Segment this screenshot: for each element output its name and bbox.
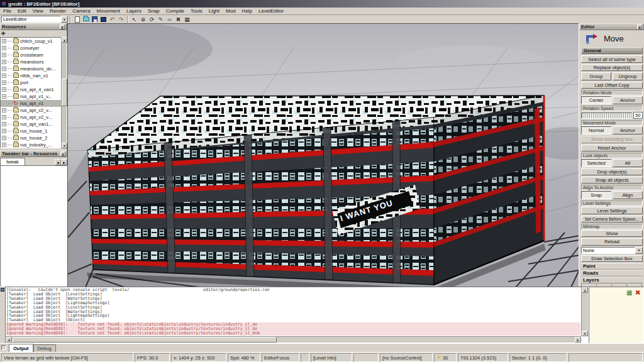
add-icon[interactable]: ✚ <box>1 31 6 36</box>
undo-icon[interactable]: ↶ <box>108 16 116 23</box>
tree-item[interactable]: + port <box>1 79 67 86</box>
set-camera-before-spawn-button[interactable]: Set Camera Before Spawn... <box>581 216 643 222</box>
scroll-down-icon[interactable]: ▼ <box>582 331 588 336</box>
tree-item[interactable]: + crossbeam <box>1 52 67 58</box>
console-vertical-scrollbar[interactable]: ▲ ▼ <box>581 287 588 336</box>
menu-item[interactable]: Mod <box>223 8 239 14</box>
align-snap-button[interactable]: Snap <box>581 191 611 199</box>
draw-selection-box-button[interactable]: Draw Selection Box <box>581 255 643 262</box>
section-paint[interactable]: Paint <box>581 263 643 270</box>
expander-icon[interactable]: + <box>2 53 6 57</box>
menu-item[interactable]: Render <box>47 8 69 14</box>
save-icon[interactable] <box>91 16 99 23</box>
redo-icon[interactable]: ↷ <box>117 16 125 23</box>
menu-item[interactable]: View <box>30 8 47 14</box>
expander-icon[interactable]: + <box>2 74 6 78</box>
rotation-anchor-button[interactable]: Anchor <box>613 96 643 104</box>
grid-snap-icon[interactable]: ▦ <box>183 16 191 23</box>
tab-debug[interactable]: Debug <box>33 344 56 352</box>
tree-item[interactable]: + rus_industry_... <box>1 141 67 148</box>
tab-tweak[interactable]: tweak <box>0 158 25 165</box>
scrollbar-thumb[interactable] <box>62 79 67 106</box>
replace-objects-button[interactable]: Replace object(s) <box>581 64 643 71</box>
scroll-right-icon[interactable]: ► <box>575 337 581 343</box>
menu-item[interactable]: Help <box>239 8 255 14</box>
minimap-select[interactable]: None ▼ <box>581 247 643 254</box>
scroll-up-icon[interactable]: ▲ <box>582 287 588 293</box>
package-icon[interactable] <box>99 16 108 23</box>
movement-normal-button[interactable]: Normal <box>581 126 611 134</box>
chevron-down-icon[interactable]: ▼ <box>635 247 643 254</box>
minimap-reload-button[interactable]: Reload <box>581 238 643 245</box>
expander-icon[interactable]: + <box>2 136 6 140</box>
menu-item[interactable]: LevelEditor <box>255 8 287 14</box>
new-file-icon[interactable] <box>73 16 81 23</box>
scrollbar-thumb[interactable] <box>13 337 277 343</box>
expander-icon[interactable]: + <box>2 60 6 64</box>
tree-item[interactable]: + meandoors <box>1 58 67 65</box>
delete-icon[interactable]: ✖ <box>174 16 182 23</box>
close-icon[interactable]: x <box>637 25 642 30</box>
menu-item[interactable]: Movement <box>94 8 123 14</box>
expander-icon[interactable]: + <box>2 94 6 99</box>
movement-anchor-button[interactable]: Anchor <box>613 126 643 134</box>
console-output-panel[interactable]: [Console]: Couldn't open console script … <box>5 287 589 343</box>
close-icon[interactable]: x <box>60 25 65 30</box>
ungroup-button[interactable]: Ungroup <box>613 72 643 80</box>
expander-icon[interactable]: + <box>2 143 6 147</box>
tree-item[interactable]: + rus_house_1 <box>1 128 67 134</box>
show-bounding-box-button[interactable]: Show bounding box <box>581 136 643 143</box>
scroll-left-icon[interactable]: ◂ <box>55 159 61 165</box>
menu-item[interactable]: Edit <box>14 8 30 14</box>
expander-icon[interactable]: + <box>2 39 6 43</box>
menu-item[interactable]: Compile <box>163 8 187 14</box>
menu-item[interactable]: Layers <box>123 8 145 14</box>
tree-scrollbar[interactable]: ▲ ▼ <box>61 37 67 148</box>
editor-mode-combo[interactable]: LevelEditor ▼ <box>1 16 68 23</box>
expander-icon[interactable]: + <box>2 87 6 92</box>
group-button[interactable]: Group <box>581 72 611 80</box>
snap-all-objects-button[interactable]: Snap all objects <box>581 177 643 184</box>
tree-item[interactable]: + rus_apt_van1... <box>1 121 67 128</box>
draw-icon[interactable]: ✎ <box>157 16 165 23</box>
expander-icon[interactable]: + <box>2 115 6 119</box>
chevron-down-icon[interactable]: ▼ <box>61 16 68 23</box>
menu-item[interactable]: Snap <box>145 8 163 14</box>
open-folder-icon[interactable] <box>82 16 90 23</box>
expander-icon[interactable]: + <box>2 122 6 126</box>
menu-item[interactable]: File <box>0 8 14 14</box>
drop-objects-button[interactable]: Drop object(s) <box>581 168 643 175</box>
tree-item[interactable]: + nlfds_nan_v1 <box>1 72 67 79</box>
rotate-icon[interactable]: ⟳ <box>148 16 156 23</box>
menu-item[interactable]: Camera <box>69 8 93 14</box>
viewport-3d[interactable]: I WANT YOU <box>67 23 579 287</box>
tree-item[interactable]: + rus_apt_v2_v... <box>1 107 67 114</box>
expander-icon[interactable]: + <box>2 67 6 71</box>
scroll-down-icon[interactable]: ▼ <box>62 143 67 148</box>
expander-icon[interactable]: + <box>2 108 6 112</box>
last-offset-copy-button[interactable]: Last Offset Copy <box>581 82 643 89</box>
tree-item[interactable]: + rus_apt_v2_v... <box>1 114 67 121</box>
menu-item[interactable]: Light <box>206 8 223 14</box>
grid-icon[interactable]: ▦ <box>626 290 633 296</box>
tree-item[interactable]: + conveyer <box>1 45 67 52</box>
select-group-icon[interactable]: ⊕ <box>139 16 147 23</box>
close-icon[interactable]: ✖ <box>635 290 641 296</box>
tab-output[interactable]: Output <box>9 344 33 352</box>
level-settings-button[interactable]: Level Settings <box>581 207 643 214</box>
lock-selected-button[interactable]: Selected <box>581 159 611 167</box>
select-all-same-type-button[interactable]: Select all of same type <box>581 55 643 62</box>
measure-icon[interactable]: ═ <box>165 16 174 23</box>
reset-anchor-button[interactable]: Reset Anchor <box>581 145 643 151</box>
section-roads[interactable]: Roads <box>581 270 643 277</box>
section-layers[interactable]: Layers <box>581 277 643 283</box>
scroll-right-icon[interactable]: ▸ <box>61 159 67 165</box>
console-horizontal-scrollbar[interactable]: ◄ ► <box>6 336 581 343</box>
tree-item[interactable]: + rus_house_2 <box>1 134 67 141</box>
tree-item[interactable]: + chlich_coup_v1 <box>1 38 67 45</box>
expander-icon[interactable]: + <box>2 129 6 133</box>
expander-icon[interactable]: + <box>2 46 6 50</box>
rotation-center-button[interactable]: Center <box>581 96 611 104</box>
scroll-up-icon[interactable]: ▲ <box>62 37 67 43</box>
tree-item[interactable]: + rus_apt_v1_v... <box>1 93 67 100</box>
